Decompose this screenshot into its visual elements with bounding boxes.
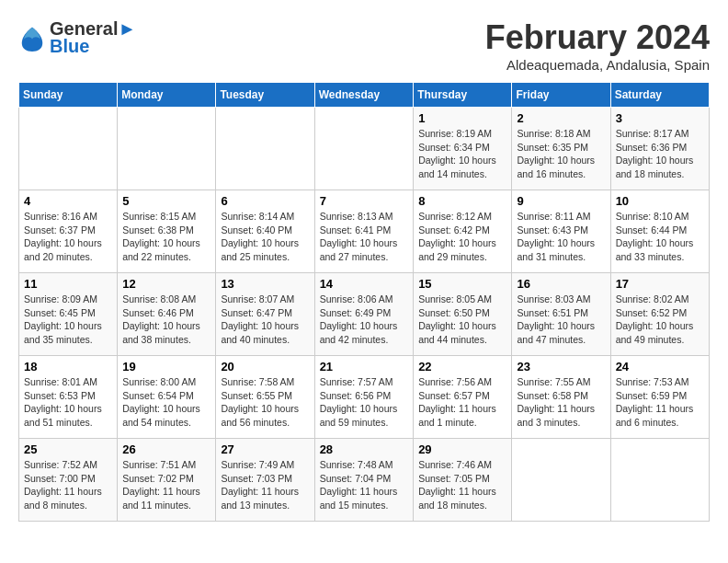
cell-content: Sunrise: 8:17 AMSunset: 6:36 PMDaylight:… [616,127,704,181]
calendar-week-5: 25Sunrise: 7:52 AMSunset: 7:00 PMDayligh… [19,439,710,522]
day-number: 13 [221,277,309,291]
day-number: 29 [418,442,506,456]
cell-content: Sunrise: 8:05 AMSunset: 6:50 PMDaylight:… [418,293,506,347]
cell-content: Sunrise: 8:18 AMSunset: 6:35 PMDaylight:… [517,127,605,181]
calendar-cell: 2Sunrise: 8:18 AMSunset: 6:35 PMDaylight… [512,108,610,190]
calendar-cell: 15Sunrise: 8:05 AMSunset: 6:50 PMDayligh… [414,273,512,356]
cell-content: Sunrise: 7:57 AMSunset: 6:56 PMDaylight:… [320,375,409,430]
day-number: 6 [221,194,309,208]
cell-content: Sunrise: 8:11 AMSunset: 6:43 PMDaylight:… [517,210,605,264]
logo-icon [18,24,46,52]
day-number: 18 [24,360,112,373]
calendar-cell: 5Sunrise: 8:15 AMSunset: 6:38 PMDaylight… [118,190,216,273]
calendar-table: SundayMondayTuesdayWednesdayThursdayFrid… [18,82,710,522]
calendar-cell: 19Sunrise: 8:00 AMSunset: 6:54 PMDayligh… [118,356,216,439]
day-number: 1 [418,111,506,125]
calendar-cell [314,108,414,190]
calendar-cell [216,108,314,190]
day-number: 16 [517,277,605,291]
logo-text: General► Blue [50,18,136,57]
calendar-week-3: 11Sunrise: 8:09 AMSunset: 6:45 PMDayligh… [19,273,710,356]
calendar-cell: 26Sunrise: 7:51 AMSunset: 7:02 PMDayligh… [118,439,216,522]
cell-content: Sunrise: 7:52 AMSunset: 7:00 PMDaylight:… [24,458,112,512]
cell-content: Sunrise: 7:58 AMSunset: 6:55 PMDaylight:… [221,375,309,430]
calendar-cell: 7Sunrise: 8:13 AMSunset: 6:41 PMDaylight… [314,190,414,273]
cell-content: Sunrise: 8:13 AMSunset: 6:41 PMDaylight:… [320,210,409,264]
calendar-cell: 9Sunrise: 8:11 AMSunset: 6:43 PMDaylight… [512,190,610,273]
calendar-cell: 18Sunrise: 8:01 AMSunset: 6:53 PMDayligh… [19,356,118,439]
calendar-cell: 28Sunrise: 7:48 AMSunset: 7:04 PMDayligh… [314,439,414,522]
day-number: 24 [616,360,704,373]
day-number: 22 [418,360,506,373]
day-number: 7 [320,194,409,208]
calendar-cell: 13Sunrise: 8:07 AMSunset: 6:47 PMDayligh… [216,273,314,356]
calendar-cell: 29Sunrise: 7:46 AMSunset: 7:05 PMDayligh… [414,439,512,522]
calendar-cell: 10Sunrise: 8:10 AMSunset: 6:44 PMDayligh… [610,190,709,273]
cell-content: Sunrise: 8:00 AMSunset: 6:54 PMDaylight:… [122,375,210,430]
calendar-cell: 1Sunrise: 8:19 AMSunset: 6:34 PMDaylight… [414,108,512,190]
day-number: 2 [517,111,605,125]
cell-content: Sunrise: 7:53 AMSunset: 6:59 PMDaylight:… [616,375,704,430]
cell-content: Sunrise: 8:10 AMSunset: 6:44 PMDaylight:… [616,210,704,264]
cell-content: Sunrise: 8:19 AMSunset: 6:34 PMDaylight:… [418,127,506,181]
calendar-cell: 11Sunrise: 8:09 AMSunset: 6:45 PMDayligh… [19,273,118,356]
calendar-cell: 17Sunrise: 8:02 AMSunset: 6:52 PMDayligh… [610,273,709,356]
calendar-cell: 6Sunrise: 8:14 AMSunset: 6:40 PMDaylight… [216,190,314,273]
day-number: 9 [517,194,605,208]
day-number: 3 [616,111,704,125]
calendar-cell: 22Sunrise: 7:56 AMSunset: 6:57 PMDayligh… [414,356,512,439]
cell-content: Sunrise: 8:03 AMSunset: 6:51 PMDaylight:… [517,293,605,347]
calendar-cell [512,439,610,522]
cell-content: Sunrise: 8:14 AMSunset: 6:40 PMDaylight:… [221,210,309,264]
day-header-thursday: Thursday [414,83,512,108]
calendar-cell: 25Sunrise: 7:52 AMSunset: 7:00 PMDayligh… [19,439,118,522]
day-number: 25 [24,442,112,456]
calendar-cell: 23Sunrise: 7:55 AMSunset: 6:58 PMDayligh… [512,356,610,439]
calendar-cell: 24Sunrise: 7:53 AMSunset: 6:59 PMDayligh… [610,356,709,439]
day-number: 10 [616,194,704,208]
calendar-cell: 4Sunrise: 8:16 AMSunset: 6:37 PMDaylight… [19,190,118,273]
day-header-sunday: Sunday [19,83,118,108]
calendar-cell: 14Sunrise: 8:06 AMSunset: 6:49 PMDayligh… [314,273,414,356]
day-number: 14 [320,277,409,291]
calendar-header: SundayMondayTuesdayWednesdayThursdayFrid… [19,83,710,108]
calendar-week-2: 4Sunrise: 8:16 AMSunset: 6:37 PMDaylight… [19,190,710,273]
calendar-cell [610,439,709,522]
day-header-tuesday: Tuesday [216,83,314,108]
cell-content: Sunrise: 8:02 AMSunset: 6:52 PMDaylight:… [616,293,704,347]
calendar-cell: 20Sunrise: 7:58 AMSunset: 6:55 PMDayligh… [216,356,314,439]
logo: General► Blue [18,18,136,57]
cell-content: Sunrise: 7:51 AMSunset: 7:02 PMDaylight:… [122,458,210,512]
day-number: 20 [221,360,309,373]
day-number: 5 [122,194,210,208]
day-number: 4 [24,194,112,208]
cell-content: Sunrise: 7:46 AMSunset: 7:05 PMDaylight:… [418,458,506,512]
calendar-cell: 8Sunrise: 8:12 AMSunset: 6:42 PMDaylight… [414,190,512,273]
calendar-week-1: 1Sunrise: 8:19 AMSunset: 6:34 PMDaylight… [19,108,710,190]
calendar-cell: 16Sunrise: 8:03 AMSunset: 6:51 PMDayligh… [512,273,610,356]
calendar-cell [19,108,118,190]
day-number: 21 [320,360,409,373]
cell-content: Sunrise: 8:09 AMSunset: 6:45 PMDaylight:… [24,293,112,347]
day-number: 8 [418,194,506,208]
day-header-friday: Friday [512,83,610,108]
cell-content: Sunrise: 8:15 AMSunset: 6:38 PMDaylight:… [122,210,210,264]
day-number: 26 [122,442,210,456]
cell-content: Sunrise: 7:49 AMSunset: 7:03 PMDaylight:… [221,458,309,512]
month-title: February 2024 [485,18,710,57]
calendar-cell [118,108,216,190]
cell-content: Sunrise: 8:01 AMSunset: 6:53 PMDaylight:… [24,375,112,430]
cell-content: Sunrise: 7:56 AMSunset: 6:57 PMDaylight:… [418,375,506,430]
day-number: 11 [24,277,112,291]
day-header-monday: Monday [118,83,216,108]
day-number: 19 [122,360,210,373]
cell-content: Sunrise: 7:55 AMSunset: 6:58 PMDaylight:… [517,375,605,430]
day-number: 12 [122,277,210,291]
day-header-saturday: Saturday [610,83,709,108]
day-number: 23 [517,360,605,373]
day-header-wednesday: Wednesday [314,83,414,108]
cell-content: Sunrise: 8:08 AMSunset: 6:46 PMDaylight:… [122,293,210,347]
calendar-week-4: 18Sunrise: 8:01 AMSunset: 6:53 PMDayligh… [19,356,710,439]
calendar-cell: 27Sunrise: 7:49 AMSunset: 7:03 PMDayligh… [216,439,314,522]
cell-content: Sunrise: 8:07 AMSunset: 6:47 PMDaylight:… [221,293,309,347]
